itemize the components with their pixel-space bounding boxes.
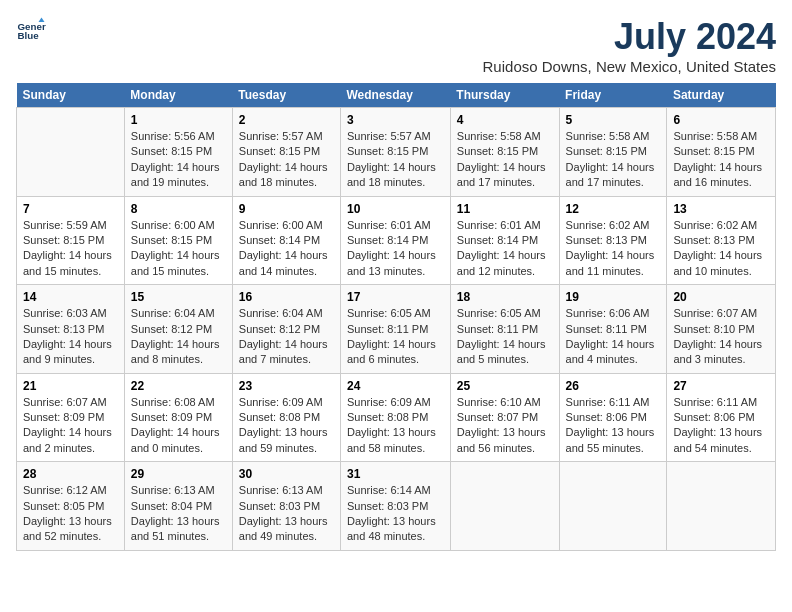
day-number: 19 [566,290,661,304]
day-detail: Sunrise: 6:09 AM Sunset: 8:08 PM Dayligh… [347,395,444,457]
table-cell: 4Sunrise: 5:58 AM Sunset: 8:15 PM Daylig… [450,108,559,197]
day-detail: Sunrise: 6:00 AM Sunset: 8:15 PM Dayligh… [131,218,226,280]
calendar-table: Sunday Monday Tuesday Wednesday Thursday… [16,83,776,551]
header-friday: Friday [559,83,667,108]
header-sunday: Sunday [17,83,125,108]
day-detail: Sunrise: 6:05 AM Sunset: 8:11 PM Dayligh… [457,306,553,368]
day-detail: Sunrise: 6:04 AM Sunset: 8:12 PM Dayligh… [239,306,334,368]
day-number: 6 [673,113,769,127]
day-detail: Sunrise: 5:59 AM Sunset: 8:15 PM Dayligh… [23,218,118,280]
table-cell: 1Sunrise: 5:56 AM Sunset: 8:15 PM Daylig… [124,108,232,197]
table-cell: 19Sunrise: 6:06 AM Sunset: 8:11 PM Dayli… [559,285,667,374]
header-saturday: Saturday [667,83,776,108]
day-detail: Sunrise: 6:02 AM Sunset: 8:13 PM Dayligh… [673,218,769,280]
svg-text:Blue: Blue [18,30,40,41]
day-number: 18 [457,290,553,304]
logo: General Blue [16,16,46,46]
table-cell: 8Sunrise: 6:00 AM Sunset: 8:15 PM Daylig… [124,196,232,285]
day-detail: Sunrise: 6:13 AM Sunset: 8:03 PM Dayligh… [239,483,334,545]
week-row-4: 21Sunrise: 6:07 AM Sunset: 8:09 PM Dayli… [17,373,776,462]
day-detail: Sunrise: 6:02 AM Sunset: 8:13 PM Dayligh… [566,218,661,280]
table-cell: 16Sunrise: 6:04 AM Sunset: 8:12 PM Dayli… [232,285,340,374]
day-number: 28 [23,467,118,481]
weekday-header-row: Sunday Monday Tuesday Wednesday Thursday… [17,83,776,108]
day-number: 29 [131,467,226,481]
day-detail: Sunrise: 6:01 AM Sunset: 8:14 PM Dayligh… [347,218,444,280]
table-cell: 30Sunrise: 6:13 AM Sunset: 8:03 PM Dayli… [232,462,340,551]
day-number: 14 [23,290,118,304]
day-detail: Sunrise: 6:07 AM Sunset: 8:10 PM Dayligh… [673,306,769,368]
day-detail: Sunrise: 5:58 AM Sunset: 8:15 PM Dayligh… [457,129,553,191]
table-cell: 27Sunrise: 6:11 AM Sunset: 8:06 PM Dayli… [667,373,776,462]
table-cell: 26Sunrise: 6:11 AM Sunset: 8:06 PM Dayli… [559,373,667,462]
day-number: 22 [131,379,226,393]
calendar-title: July 2024 [483,16,776,58]
table-cell: 15Sunrise: 6:04 AM Sunset: 8:12 PM Dayli… [124,285,232,374]
day-number: 7 [23,202,118,216]
table-cell: 10Sunrise: 6:01 AM Sunset: 8:14 PM Dayli… [340,196,450,285]
day-detail: Sunrise: 6:00 AM Sunset: 8:14 PM Dayligh… [239,218,334,280]
header-wednesday: Wednesday [340,83,450,108]
table-cell: 14Sunrise: 6:03 AM Sunset: 8:13 PM Dayli… [17,285,125,374]
day-number: 1 [131,113,226,127]
table-cell: 20Sunrise: 6:07 AM Sunset: 8:10 PM Dayli… [667,285,776,374]
day-number: 23 [239,379,334,393]
table-cell: 23Sunrise: 6:09 AM Sunset: 8:08 PM Dayli… [232,373,340,462]
calendar-subtitle: Ruidoso Downs, New Mexico, United States [483,58,776,75]
day-number: 20 [673,290,769,304]
day-detail: Sunrise: 6:09 AM Sunset: 8:08 PM Dayligh… [239,395,334,457]
week-row-3: 14Sunrise: 6:03 AM Sunset: 8:13 PM Dayli… [17,285,776,374]
table-cell: 17Sunrise: 6:05 AM Sunset: 8:11 PM Dayli… [340,285,450,374]
day-detail: Sunrise: 6:06 AM Sunset: 8:11 PM Dayligh… [566,306,661,368]
table-cell: 9Sunrise: 6:00 AM Sunset: 8:14 PM Daylig… [232,196,340,285]
header-monday: Monday [124,83,232,108]
table-cell: 29Sunrise: 6:13 AM Sunset: 8:04 PM Dayli… [124,462,232,551]
day-number: 13 [673,202,769,216]
day-number: 26 [566,379,661,393]
table-cell: 24Sunrise: 6:09 AM Sunset: 8:08 PM Dayli… [340,373,450,462]
day-number: 15 [131,290,226,304]
table-cell: 22Sunrise: 6:08 AM Sunset: 8:09 PM Dayli… [124,373,232,462]
table-cell: 11Sunrise: 6:01 AM Sunset: 8:14 PM Dayli… [450,196,559,285]
day-number: 4 [457,113,553,127]
day-detail: Sunrise: 6:05 AM Sunset: 8:11 PM Dayligh… [347,306,444,368]
header-thursday: Thursday [450,83,559,108]
day-number: 24 [347,379,444,393]
day-number: 30 [239,467,334,481]
day-detail: Sunrise: 5:57 AM Sunset: 8:15 PM Dayligh… [239,129,334,191]
table-cell: 31Sunrise: 6:14 AM Sunset: 8:03 PM Dayli… [340,462,450,551]
table-cell: 3Sunrise: 5:57 AM Sunset: 8:15 PM Daylig… [340,108,450,197]
day-number: 8 [131,202,226,216]
day-detail: Sunrise: 6:14 AM Sunset: 8:03 PM Dayligh… [347,483,444,545]
day-detail: Sunrise: 6:04 AM Sunset: 8:12 PM Dayligh… [131,306,226,368]
day-number: 3 [347,113,444,127]
table-cell: 12Sunrise: 6:02 AM Sunset: 8:13 PM Dayli… [559,196,667,285]
day-detail: Sunrise: 6:10 AM Sunset: 8:07 PM Dayligh… [457,395,553,457]
day-detail: Sunrise: 6:13 AM Sunset: 8:04 PM Dayligh… [131,483,226,545]
day-number: 2 [239,113,334,127]
day-number: 21 [23,379,118,393]
title-area: July 2024 Ruidoso Downs, New Mexico, Uni… [483,16,776,75]
day-number: 11 [457,202,553,216]
day-detail: Sunrise: 5:58 AM Sunset: 8:15 PM Dayligh… [566,129,661,191]
table-cell [17,108,125,197]
table-cell: 18Sunrise: 6:05 AM Sunset: 8:11 PM Dayli… [450,285,559,374]
day-number: 9 [239,202,334,216]
day-number: 17 [347,290,444,304]
day-detail: Sunrise: 6:11 AM Sunset: 8:06 PM Dayligh… [566,395,661,457]
table-cell: 28Sunrise: 6:12 AM Sunset: 8:05 PM Dayli… [17,462,125,551]
day-number: 16 [239,290,334,304]
table-cell [450,462,559,551]
table-cell: 25Sunrise: 6:10 AM Sunset: 8:07 PM Dayli… [450,373,559,462]
day-detail: Sunrise: 6:12 AM Sunset: 8:05 PM Dayligh… [23,483,118,545]
table-cell: 2Sunrise: 5:57 AM Sunset: 8:15 PM Daylig… [232,108,340,197]
table-cell: 21Sunrise: 6:07 AM Sunset: 8:09 PM Dayli… [17,373,125,462]
day-detail: Sunrise: 6:08 AM Sunset: 8:09 PM Dayligh… [131,395,226,457]
week-row-5: 28Sunrise: 6:12 AM Sunset: 8:05 PM Dayli… [17,462,776,551]
day-number: 31 [347,467,444,481]
svg-marker-2 [39,18,45,23]
day-detail: Sunrise: 5:56 AM Sunset: 8:15 PM Dayligh… [131,129,226,191]
day-number: 5 [566,113,661,127]
day-detail: Sunrise: 6:01 AM Sunset: 8:14 PM Dayligh… [457,218,553,280]
week-row-1: 1Sunrise: 5:56 AM Sunset: 8:15 PM Daylig… [17,108,776,197]
